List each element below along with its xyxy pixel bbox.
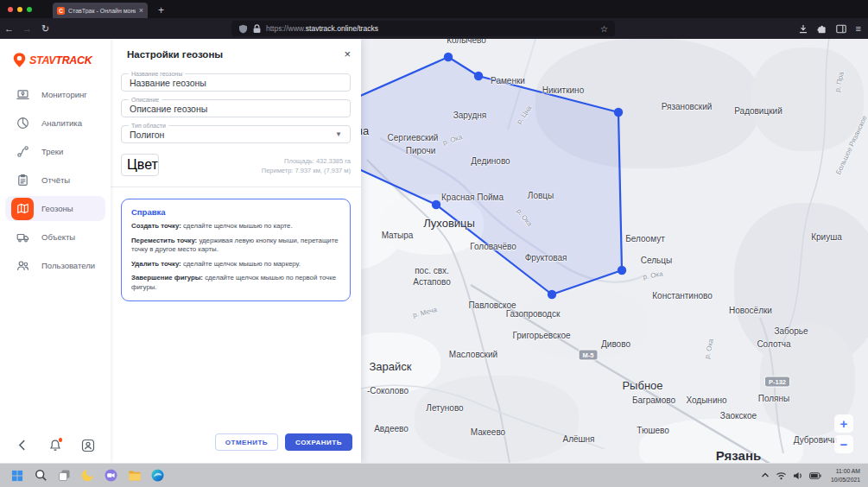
clock[interactable]: 11:00 AM 10/05/2021 (831, 467, 860, 483)
geozone-name-label: Название геозоны (129, 71, 185, 77)
save-button[interactable]: СОХРАНИТЬ (285, 433, 352, 451)
collapse-sidebar-icon[interactable] (16, 439, 29, 452)
users-icon (11, 255, 34, 277)
file-explorer-icon[interactable] (127, 469, 141, 483)
back-icon[interactable]: ← (0, 23, 18, 34)
sidebar-item-label: Объекты (41, 232, 75, 242)
sidebar-menu: МониторингАналитикаТрекиОтчётыГеозоныОбъ… (0, 82, 111, 278)
objects-icon (11, 226, 34, 249)
map-label: Авдеево (374, 424, 409, 433)
edge-icon[interactable] (150, 469, 164, 483)
map-zoom-in-button[interactable]: + (834, 414, 853, 433)
river-tsna-line (508, 39, 535, 130)
map-label: Сельцы (641, 256, 672, 265)
tab-strip: С СтавТрак - Онлайн мониторин × + (0, 0, 868, 18)
panel-close-icon[interactable]: × (344, 47, 351, 60)
divider (111, 187, 361, 187)
geozone-settings-panel: Настройки геозоны × Название геозоны Наз… (111, 39, 361, 463)
polygon-vertex[interactable] (474, 72, 483, 80)
area-type-label: Тип области (129, 123, 168, 129)
start-icon[interactable] (10, 469, 24, 483)
reload-icon[interactable]: ↻ (36, 23, 54, 35)
help-item: Завершение фигуры: сделайте щелчок мышью… (131, 274, 340, 292)
close-window-button[interactable] (8, 7, 13, 12)
lock-icon[interactable] (252, 24, 262, 34)
help-item: Создать точку: сделайте щелчок мышью по … (131, 222, 340, 231)
map-label: Зарудня (453, 111, 487, 120)
tracks-icon (11, 141, 34, 163)
geozone-description-input[interactable]: Описание Описание геозоны (121, 99, 351, 117)
panel-title: Настройки геозоны (127, 49, 223, 60)
sidebar-toggle-icon[interactable] (836, 24, 846, 34)
sidebar-item-Геозоны[interactable]: Геозоны (5, 196, 105, 221)
sidebar-item-Пользователи[interactable]: Пользователи (5, 253, 105, 278)
sidebar-item-Треки[interactable]: Треки (5, 139, 105, 164)
map-label: р. Ока (703, 338, 715, 360)
windows-taskbar: 11:00 AM 10/05/2021 (0, 463, 868, 487)
map-label: Колычёво (447, 39, 486, 45)
profile-icon[interactable] (81, 439, 95, 452)
sidebar-item-Отчёты[interactable]: Отчёты (5, 168, 105, 193)
map-label: Ходынино (686, 395, 726, 405)
wifi-icon[interactable] (776, 471, 787, 480)
help-items: Создать точку: сделайте щелчок мышью по … (131, 222, 340, 292)
map-terrain-patch (518, 289, 648, 358)
notifications-bell-icon[interactable] (48, 439, 62, 452)
cancel-button[interactable]: ОТМЕНИТЬ (215, 433, 278, 451)
sidebar-item-Аналитика[interactable]: Аналитика (5, 111, 105, 136)
map-label: р. Ока (643, 270, 663, 281)
map-label: Константиново (652, 291, 712, 300)
download-icon[interactable] (799, 24, 808, 34)
map-terrain-patch (535, 39, 760, 168)
new-tab-button[interactable]: + (158, 4, 164, 16)
tracking-shield-icon[interactable] (238, 24, 248, 34)
polygon-vertex[interactable] (618, 266, 626, 275)
logo-wordmark: STAVTRACK (29, 54, 92, 66)
task-view-icon[interactable] (57, 469, 71, 483)
bookmark-star-icon[interactable]: ☆ (600, 24, 608, 34)
tray-chevron-icon[interactable] (761, 472, 770, 478)
battery-icon[interactable] (809, 472, 821, 479)
forward-icon[interactable]: → (18, 23, 36, 34)
geozone-description-label: Описание (129, 97, 162, 103)
color-picker[interactable]: Цвет (121, 154, 159, 176)
geozone-metrics: Площадь: 432.3385 га Периметр: 7.937 км,… (262, 154, 351, 176)
volume-icon[interactable] (793, 471, 803, 480)
maximize-window-button[interactable] (27, 7, 32, 12)
sidebar-item-Объекты[interactable]: Объекты (5, 225, 105, 250)
url-bar[interactable]: https://www.stavtrack.online/tracks ☆ (231, 21, 615, 36)
chevron-down-icon: ▼ (335, 130, 342, 138)
browser-chrome: С СтавТрак - Онлайн мониторин × + ← → ↻ … (0, 0, 868, 39)
extensions-puzzle-icon[interactable] (817, 24, 827, 34)
map-terrain-patch (751, 47, 864, 151)
map-zoom-out-button[interactable]: − (834, 435, 853, 453)
analytics-icon (11, 112, 34, 135)
map-label: Павловское (468, 300, 516, 310)
geozone-name-input[interactable]: Название геозоны Название геозоны (121, 73, 351, 92)
search-icon[interactable] (34, 469, 48, 483)
map-label: Сергиевский (388, 133, 439, 142)
menu-hamburger-icon[interactable]: ≡ (856, 23, 861, 34)
tab-close-icon[interactable]: × (139, 6, 143, 15)
logo-pin-icon (11, 52, 28, 68)
video-chat-icon[interactable] (104, 469, 117, 483)
url-text[interactable]: https://www.stavtrack.online/tracks (266, 24, 596, 33)
browser-tab[interactable]: С СтавТрак - Онлайн мониторин × (53, 3, 148, 18)
window-controls[interactable] (8, 7, 32, 12)
map-label: Астапово (413, 277, 450, 287)
sidebar-item-label: Геозоны (41, 204, 73, 213)
tray-time: 11:00 AM (831, 467, 860, 475)
sidebar-item-Мониторинг[interactable]: Мониторинг (5, 82, 105, 107)
polygon-vertex[interactable] (444, 53, 453, 61)
moon-app-icon[interactable] (80, 469, 94, 483)
map-label: Головачёво (470, 242, 516, 251)
area-type-select[interactable]: Тип области Полигон ▼ (121, 125, 351, 143)
color-label: Цвет (127, 157, 158, 173)
map-label: р. Цна (516, 104, 534, 126)
map-terrain-patch (639, 419, 803, 463)
map-label: Дединово (471, 156, 510, 166)
map-label: Пирочи (406, 146, 435, 155)
stavtrack-logo: STAVTRACK (0, 39, 111, 79)
map-label: Белоомут (625, 234, 664, 244)
minimize-window-button[interactable] (17, 7, 22, 12)
